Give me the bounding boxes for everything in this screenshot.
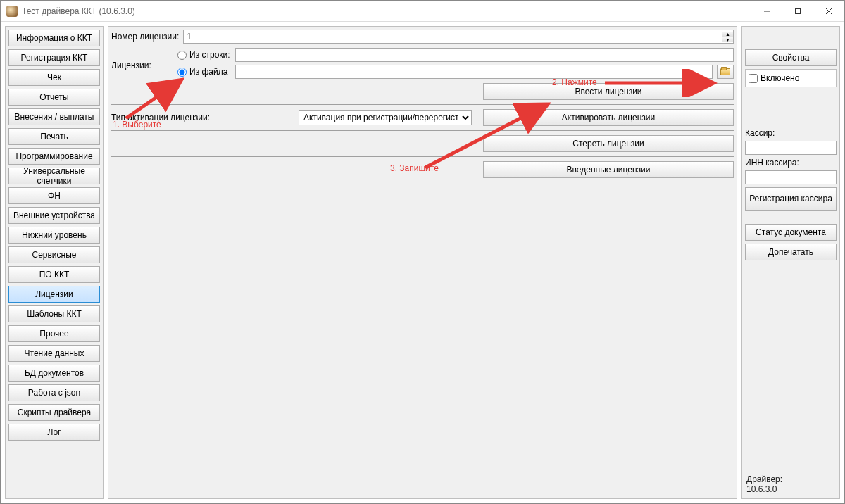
sidebar-item-17[interactable]: БД документов	[8, 365, 100, 382]
close-button[interactable]	[813, 1, 844, 21]
main-panel: Номер лицензии: ▲ ▼ Лицензии:	[108, 26, 737, 499]
stepper-up-icon[interactable]: ▲	[722, 32, 733, 37]
licenses-label: Лицензии:	[111, 61, 151, 70]
enter-licenses-button[interactable]: Ввести лицензии	[483, 83, 734, 100]
sidebar-item-9[interactable]: Внешние устройства	[8, 207, 100, 224]
sidebar-item-7[interactable]: Универсальные счетчики	[8, 168, 100, 184]
cashier-input[interactable]	[745, 141, 837, 155]
enabled-checkbox[interactable]: Включено	[747, 71, 834, 85]
entered-licenses-button[interactable]: Введенные лицензии	[483, 161, 734, 178]
radio-from-string[interactable]: Из строки:	[177, 48, 231, 62]
activate-licenses-button[interactable]: Активировать лицензии	[483, 109, 734, 126]
browse-file-button[interactable]	[717, 65, 734, 79]
activation-type-select[interactable]: Активация при регистрации/перерегистраци…	[299, 110, 472, 125]
sidebar-item-18[interactable]: Работа с json	[8, 384, 100, 401]
app-window: Тест драйвера ККТ (10.6.3.0) Информация …	[0, 0, 845, 504]
inn-input[interactable]	[745, 170, 837, 184]
svg-rect-1	[796, 8, 801, 13]
sidebar-item-11[interactable]: Сервисные	[8, 246, 100, 263]
driver-version: 10.6.3.0	[746, 484, 835, 494]
minimize-button[interactable]	[751, 1, 782, 21]
app-icon	[6, 6, 18, 17]
maximize-button[interactable]	[782, 1, 813, 21]
cashier-label: Кассир:	[745, 128, 837, 138]
sidebar-item-19[interactable]: Скрипты драйвера	[8, 404, 100, 421]
sidebar-item-15[interactable]: Прочее	[8, 325, 100, 342]
radio-from-file[interactable]: Из файла	[177, 65, 231, 79]
from-file-input[interactable]	[235, 65, 713, 79]
license-number-stepper[interactable]: ▲ ▼	[183, 30, 734, 44]
folder-icon	[720, 68, 730, 75]
sidebar-item-3[interactable]: Отчеты	[8, 89, 100, 106]
driver-label: Драйвер:	[746, 474, 835, 484]
sidebar-item-5[interactable]: Печать	[8, 128, 100, 145]
sidebar-item-12[interactable]: ПО ККТ	[8, 266, 100, 283]
license-number-input[interactable]	[184, 30, 722, 43]
sidebar: Информация о ККТРегистрация ККТЧекОтчеты…	[5, 26, 104, 499]
sidebar-item-10[interactable]: Нижний уровень	[8, 227, 100, 244]
erase-licenses-button[interactable]: Стереть лицензии	[483, 135, 734, 152]
sidebar-item-2[interactable]: Чек	[8, 69, 100, 86]
stepper-down-icon[interactable]: ▼	[722, 37, 733, 42]
sidebar-item-16[interactable]: Чтение данных	[8, 345, 100, 362]
sidebar-item-14[interactable]: Шаблоны ККТ	[8, 305, 100, 322]
sidebar-item-4[interactable]: Внесения / выплаты	[8, 108, 100, 125]
inn-label: ИНН кассира:	[745, 158, 837, 168]
sidebar-item-13[interactable]: Лицензии	[8, 286, 100, 303]
sidebar-item-1[interactable]: Регистрация ККТ	[8, 49, 100, 66]
from-string-input[interactable]	[235, 48, 734, 62]
doc-status-button[interactable]: Статус документа	[745, 224, 837, 241]
activation-type-label: Тип активации лицензии:	[111, 113, 196, 122]
titlebar: Тест драйвера ККТ (10.6.3.0)	[1, 1, 844, 22]
sidebar-item-20[interactable]: Лог	[8, 424, 100, 441]
register-cashier-button[interactable]: Регистрация кассира	[745, 187, 837, 211]
sidebar-item-0[interactable]: Информация о ККТ	[8, 30, 100, 46]
sidebar-item-8[interactable]: ФН	[8, 187, 100, 204]
window-title: Тест драйвера ККТ (10.6.3.0)	[22, 6, 751, 16]
sidebar-item-6[interactable]: Программирование	[8, 148, 100, 165]
license-number-label: Номер лицензии:	[111, 32, 179, 42]
right-panel: Свойства Включено Кассир: ИНН кассира: Р…	[741, 26, 840, 499]
properties-button[interactable]: Свойства	[745, 49, 837, 66]
reprint-button[interactable]: Допечатать	[745, 244, 837, 260]
